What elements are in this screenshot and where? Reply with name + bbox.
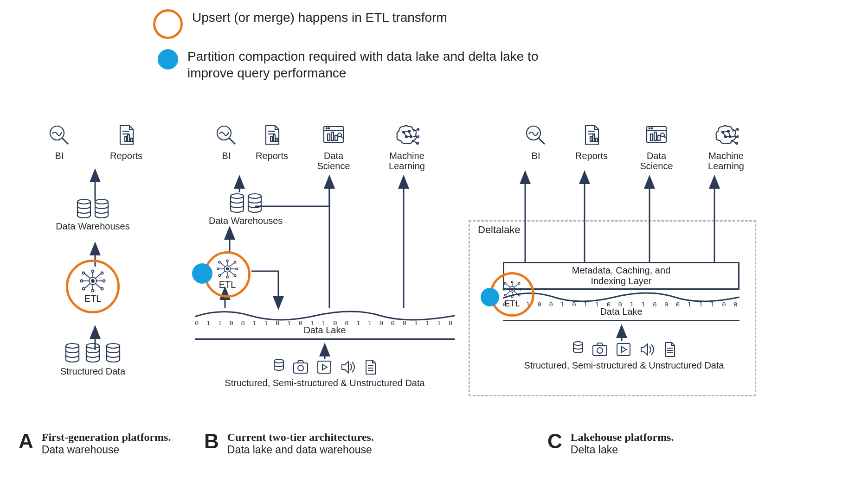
database-icon — [76, 198, 92, 219]
database-icon — [229, 192, 245, 214]
label-reports: Reports — [110, 151, 142, 161]
database-icon — [572, 341, 585, 355]
app-reports: Reports — [251, 123, 293, 161]
panel-a: BI Reports Data Warehouses ETL — [19, 123, 167, 377]
reports-icon — [579, 123, 604, 148]
label-ml: Machine Learning — [708, 151, 744, 171]
app-reports: Reports — [101, 123, 152, 161]
reports-icon — [114, 123, 139, 148]
app-ml: Machine Learning — [374, 123, 439, 171]
audio-icon — [339, 358, 356, 375]
app-ml: Machine Learning — [698, 123, 754, 171]
panel-c: BI Reports Data Science Machine Learning… — [482, 123, 765, 377]
label-bi: BI — [55, 151, 64, 161]
database-icon — [93, 198, 110, 219]
caption-a-sub: Data warehouse — [42, 444, 171, 456]
caption-a-letter: A — [19, 431, 33, 452]
label-ml: Machine Learning — [389, 151, 425, 171]
reports-icon — [259, 123, 284, 148]
caption-b: B Current two-tier architectures. Data l… — [204, 431, 464, 456]
video-icon — [615, 341, 632, 357]
mixed-source-icons — [572, 341, 676, 357]
label-data-warehouses: Data Warehouses — [56, 221, 129, 232]
label-data-warehouses: Data Warehouses — [209, 216, 283, 226]
label-bi: BI — [532, 151, 540, 161]
legend: Upsert (or merge) happens in ETL transfo… — [153, 9, 540, 91]
label-mixed-sources: Structured, Semi-structured & Unstructur… — [524, 360, 724, 371]
data-warehouse-icons — [229, 192, 263, 214]
audio-icon — [638, 341, 655, 357]
arrow-src-to-lake — [320, 343, 329, 359]
data-science-icon — [321, 123, 346, 148]
document-icon — [662, 341, 676, 357]
etl-node: ETL — [65, 259, 121, 314]
structured-source-icons — [64, 342, 122, 363]
database-icon — [246, 192, 263, 214]
label-data-lake: Data Lake — [503, 306, 739, 317]
legend-item-compaction: Partition compaction required with data … — [153, 48, 540, 82]
caption-c: C Lakehouse platforms. Delta lake — [547, 431, 779, 456]
app-bi: BI — [517, 123, 554, 161]
metadata-layer: Metadata, Caching, and Indexing Layer — [503, 262, 739, 290]
bi-icon — [214, 123, 239, 148]
compaction-blue-dot-icon — [192, 263, 212, 284]
label-reports: Reports — [575, 151, 608, 161]
label-data-lake: Data Lake — [195, 325, 455, 336]
camera-icon — [591, 341, 609, 356]
captions: A First-generation platforms. Data wareh… — [19, 431, 849, 456]
bi-icon — [523, 123, 548, 148]
app-data-science: Data Science — [301, 123, 366, 171]
caption-c-letter: C — [547, 431, 562, 452]
orange-circle-icon — [153, 9, 183, 39]
etl-orange-ring-icon — [66, 260, 120, 313]
app-data-science: Data Science — [629, 123, 684, 171]
data-science-icon — [644, 123, 669, 148]
label-bi: BI — [222, 151, 231, 161]
label-data-science: Data Science — [317, 151, 350, 171]
arrow-dw-to-apps — [90, 168, 100, 201]
legend-compaction-text: Partition compaction required with data … — [187, 48, 540, 82]
caption-b-sub: Data lake and data warehouse — [227, 444, 374, 456]
ml-icon — [714, 123, 739, 148]
label-data-science: Data Science — [640, 151, 673, 171]
caption-a-title: First-generation platforms. — [42, 431, 171, 444]
data-warehouse-icons — [76, 198, 110, 219]
legend-upsert-text: Upsert (or merge) happens in ETL transfo… — [192, 9, 447, 26]
caption-b-title: Current two-tier architectures. — [227, 431, 374, 444]
blue-dot-icon — [158, 49, 178, 70]
database-icon — [64, 342, 81, 363]
video-icon — [316, 358, 333, 375]
camera-icon — [292, 358, 309, 374]
label-structured-data: Structured Data — [60, 366, 125, 377]
ml-icon — [394, 123, 419, 148]
app-bi: BI — [34, 123, 85, 161]
caption-b-letter: B — [204, 431, 219, 452]
mixed-source-icons — [272, 358, 377, 375]
caption-c-title: Lakehouse platforms. — [571, 431, 674, 444]
app-reports: Reports — [568, 123, 615, 161]
database-icon — [105, 342, 122, 363]
label-mixed-sources: Structured, Semi-structured & Unstructur… — [225, 378, 424, 388]
database-icon — [84, 342, 101, 363]
label-reports: Reports — [256, 151, 288, 161]
caption-a: A First-generation platforms. Data wareh… — [19, 431, 176, 456]
bi-icon — [47, 123, 72, 148]
legend-item-upsert: Upsert (or merge) happens in ETL transfo… — [153, 9, 540, 39]
document-icon — [362, 358, 377, 375]
app-bi: BI — [210, 123, 243, 161]
database-icon — [272, 358, 285, 372]
panel-b: BI Reports Data Science Machine Learning — [195, 123, 455, 377]
caption-c-sub: Delta lake — [571, 444, 674, 456]
label-deltalake: Deltalake — [478, 224, 521, 236]
compaction-blue-dot-icon — [481, 288, 499, 306]
